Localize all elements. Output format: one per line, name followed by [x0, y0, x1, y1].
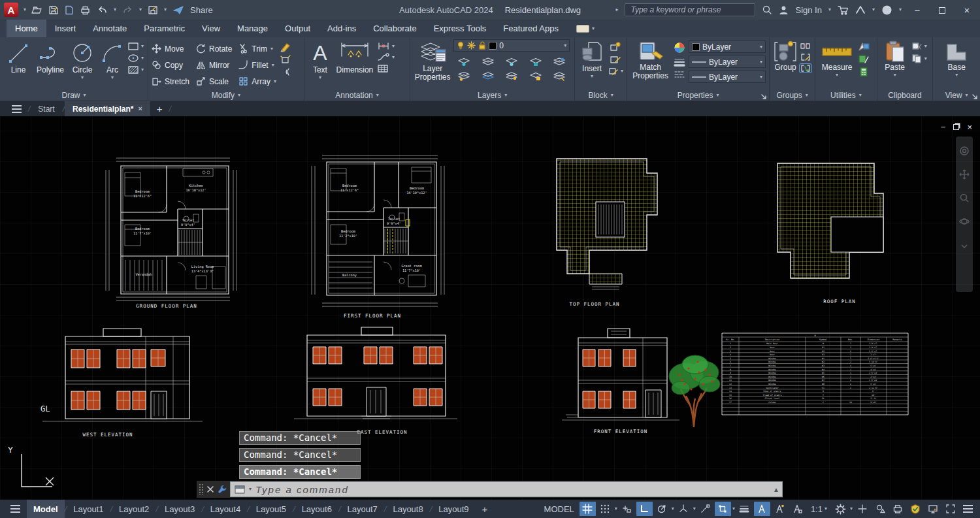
- orbit-icon[interactable]: [959, 216, 970, 229]
- plot-status-icon[interactable]: [889, 502, 906, 516]
- layer-select-chevron-icon[interactable]: ▾: [564, 43, 566, 48]
- layers-panel-label[interactable]: Layers▾: [412, 89, 572, 101]
- measure-chevron-icon[interactable]: ▾: [836, 73, 838, 78]
- arc-button[interactable]: Arc ▾: [99, 39, 125, 80]
- command-input[interactable]: [255, 484, 778, 495]
- fillet-button[interactable]: Fillet▾: [238, 60, 276, 70]
- layer-freeze-icon[interactable]: [505, 57, 518, 67]
- model-tab[interactable]: Model: [27, 500, 65, 518]
- command-window-icon[interactable]: [235, 485, 245, 494]
- linetype-select[interactable]: ByLayer▾: [689, 71, 766, 83]
- lineweight-select[interactable]: ByLayer▾: [689, 56, 766, 68]
- layout-tab[interactable]: Layout4: [204, 500, 247, 518]
- layer-lock-icon[interactable]: [529, 57, 542, 67]
- ellipse-button[interactable]: ▾: [127, 54, 144, 63]
- array-chevron-icon[interactable]: ▾: [274, 79, 276, 84]
- table-button[interactable]: [377, 64, 395, 73]
- undo-chevron-icon[interactable]: ▾: [114, 7, 116, 12]
- offset-button[interactable]: [280, 67, 291, 76]
- workspace-switching-button[interactable]: [832, 502, 849, 516]
- base-chevron-icon[interactable]: ▾: [955, 73, 958, 78]
- viewport-minimize-icon[interactable]: −: [941, 122, 946, 132]
- help-chevron-icon[interactable]: ▾: [899, 7, 902, 12]
- leader-button[interactable]: ▾: [377, 53, 395, 61]
- help-icon[interactable]: ?: [881, 5, 892, 16]
- layout-tab[interactable]: Layout9: [432, 500, 475, 518]
- draw-panel-label[interactable]: Draw▾: [2, 89, 146, 101]
- erase-button[interactable]: [280, 42, 291, 52]
- quick-calc-button[interactable]: [857, 54, 870, 64]
- layout-tab[interactable]: Layout3: [158, 500, 201, 518]
- layer-match-icon[interactable]: [457, 71, 470, 81]
- fullscreen-toggle[interactable]: [942, 502, 958, 516]
- block-panel-label[interactable]: Block▾: [577, 89, 625, 101]
- rectangle-button[interactable]: ▾: [127, 42, 144, 51]
- tab-add-ins[interactable]: Add-ins: [319, 20, 365, 37]
- measure-button[interactable]: Measure ▾: [819, 39, 855, 78]
- layer-previous-icon[interactable]: [482, 71, 495, 81]
- circle-chevron-icon[interactable]: ▾: [81, 75, 84, 80]
- file-tab-start[interactable]: Start: [30, 101, 62, 116]
- undo-icon[interactable]: [97, 5, 108, 14]
- annotation-scale-value[interactable]: 1:1▾: [807, 504, 831, 514]
- tab-insert[interactable]: Insert: [46, 20, 85, 37]
- color-select[interactable]: ByLayer▾: [689, 40, 766, 53]
- properties-panel-label[interactable]: Properties▾: [629, 89, 767, 101]
- pan-icon[interactable]: [959, 169, 970, 182]
- layout-tab[interactable]: Layout1: [67, 500, 110, 518]
- layout-tab[interactable]: Layout5: [250, 500, 293, 518]
- tab-annotate[interactable]: Annotate: [84, 20, 135, 37]
- quick-select-button[interactable]: [857, 42, 870, 52]
- tab-view[interactable]: View: [193, 20, 229, 37]
- file-tab-menu-icon[interactable]: [5, 101, 28, 116]
- view-panel-label[interactable]: View▾: [935, 89, 978, 101]
- ribbon-display-button[interactable]: ▾: [576, 20, 595, 37]
- redo-chevron-icon[interactable]: ▾: [139, 7, 142, 12]
- insert-chevron-icon[interactable]: ▾: [591, 74, 593, 79]
- layout-menu-icon[interactable]: [4, 500, 27, 518]
- command-bar-grip[interactable]: [199, 483, 204, 495]
- qat-customize-chevron-icon[interactable]: ▾: [164, 7, 167, 12]
- cut-button[interactable]: ▾: [911, 42, 927, 51]
- utilities-panel-label[interactable]: Utilities▾: [817, 89, 875, 101]
- viewport-restore-icon[interactable]: [953, 124, 959, 130]
- layout-tab[interactable]: Layout6: [295, 500, 338, 518]
- sign-in-chevron-icon[interactable]: ▾: [828, 7, 831, 12]
- nav-menu-icon[interactable]: [960, 240, 968, 251]
- share-label[interactable]: Share: [190, 5, 213, 15]
- save-as-icon[interactable]: [148, 5, 158, 15]
- layer-lock-fade-icon[interactable]: [529, 71, 542, 81]
- move-button[interactable]: Move: [152, 44, 189, 54]
- add-layout-button[interactable]: +: [476, 500, 495, 518]
- create-block-button[interactable]: [608, 42, 623, 52]
- search-icon[interactable]: [762, 5, 772, 15]
- command-wrench-icon[interactable]: [217, 484, 227, 494]
- array-button[interactable]: Array▾: [238, 76, 276, 86]
- tab-parametric[interactable]: Parametric: [135, 20, 193, 37]
- tab-manage[interactable]: Manage: [229, 20, 276, 37]
- clean-screen-toggle[interactable]: [924, 502, 941, 516]
- command-flyout-chevron-icon[interactable]: ▾: [249, 487, 252, 492]
- dimension-button[interactable]: Dimension: [335, 39, 375, 74]
- isodraft-chevron-icon[interactable]: ▾: [693, 506, 696, 511]
- viewport-close-icon[interactable]: ×: [967, 122, 972, 132]
- copy-clip-button[interactable]: ▾: [911, 54, 927, 63]
- polar-tracking-toggle[interactable]: [654, 502, 670, 516]
- share-icon[interactable]: [172, 5, 184, 15]
- copy-button[interactable]: Copy: [152, 60, 189, 70]
- object-snap-tracking-toggle[interactable]: [697, 502, 713, 516]
- minimize-button[interactable]: −: [908, 5, 926, 16]
- text-button[interactable]: A Text ▾: [308, 39, 333, 80]
- paste-button[interactable]: Paste ▾: [881, 39, 909, 78]
- osnap-chevron-icon[interactable]: ▾: [732, 506, 735, 511]
- layer-merge-icon[interactable]: [553, 71, 566, 81]
- graphics-performance-toggle[interactable]: [907, 502, 923, 516]
- scale-button[interactable]: Scale: [196, 76, 232, 86]
- plot-icon[interactable]: [80, 5, 91, 15]
- insert-button[interactable]: Insert ▾: [578, 39, 606, 79]
- redo-icon[interactable]: [122, 5, 133, 14]
- command-bar-close-icon[interactable]: [206, 485, 214, 493]
- snap-chevron-icon[interactable]: ▾: [615, 506, 617, 511]
- trim-button[interactable]: Trim▾: [238, 44, 276, 54]
- linear-dimension-button[interactable]: ▾: [377, 42, 395, 50]
